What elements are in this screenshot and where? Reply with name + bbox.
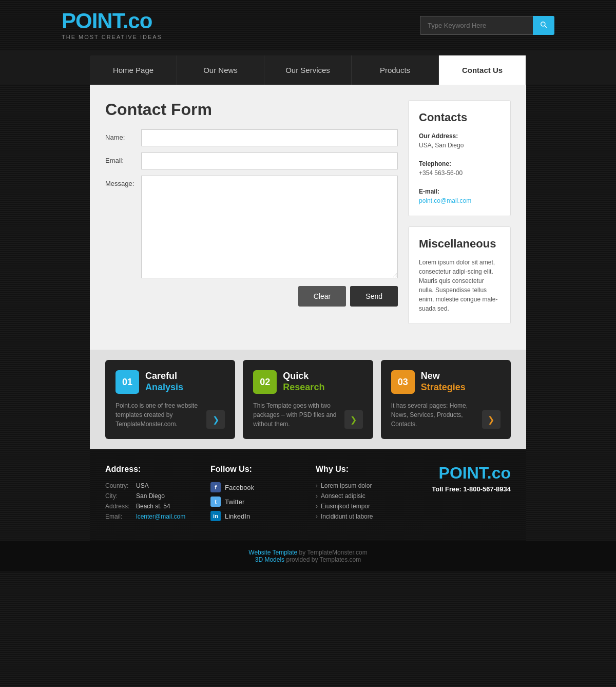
feature-title1-line1: Careful — [145, 371, 183, 382]
footer-address: Address: Country: USA City: San Diego Ad… — [105, 465, 195, 525]
message-label: Message: — [105, 176, 141, 187]
feature-arrow-2[interactable]: ❯ — [344, 410, 363, 429]
feature-title1-line2: Analysis — [145, 382, 183, 393]
why-item-3: Eiusmjkod tempor — [316, 503, 406, 510]
svg-line-1 — [545, 26, 547, 28]
content-area: Contact Form Name: Email: Message: Clear… — [105, 100, 511, 334]
follow-linkedin[interactable]: in LinkedIn — [210, 511, 300, 521]
telephone-block: Telephone: +354 563-56-00 — [419, 159, 500, 178]
misc-box: Miscellaneous Lorem ipsum dolor sit amet… — [408, 226, 511, 324]
logo-area: POINT.co THE MOST CREATIVE IDEAS — [62, 10, 162, 40]
footer: Address: Country: USA City: San Diego Ad… — [90, 449, 526, 541]
bottom-bar: Website Template by TemplateMonster.com … — [0, 541, 616, 571]
footer-follow-heading: Follow Us: — [210, 465, 300, 474]
footer-email-label: Email: — [105, 513, 136, 520]
nav-services[interactable]: Our Services — [264, 55, 352, 85]
features-section: 01 Careful Analysis Point.co is one of f… — [90, 350, 526, 449]
logo: POINT.co — [62, 10, 162, 32]
twitter-icon: t — [210, 497, 221, 507]
email-row: Email: — [105, 152, 398, 169]
nav-contact[interactable]: Contact Us — [439, 55, 526, 85]
bottom-line-1: Website Template by TemplateMonster.com — [8, 549, 608, 556]
email-label: E-mail: — [419, 187, 500, 196]
twitter-label: Twitter — [225, 498, 244, 506]
feature-num-1: 01 — [116, 370, 139, 394]
logo-tagline: THE MOST CREATIVE IDEAS — [62, 34, 162, 40]
address-val: USA, San Diego — [419, 141, 500, 150]
footer-why-heading: Why Us: — [316, 465, 406, 474]
feature-title2-line2: Research — [283, 382, 324, 393]
feature-header-3: 03 New Strategies — [391, 370, 500, 394]
footer-email-link[interactable]: lcenter@mail.com — [136, 513, 185, 520]
nav-wrapper: Home Page Our News Our Services Products… — [0, 50, 616, 85]
address-label: Our Address: — [419, 131, 500, 141]
arrow-icon-3: ❯ — [488, 415, 494, 425]
footer-city-row: City: San Diego — [105, 492, 195, 500]
nav-products[interactable]: Products — [352, 55, 439, 85]
telephone-label: Telephone: — [419, 159, 500, 168]
misc-heading: Miscellaneous — [419, 237, 500, 251]
linkedin-icon: in — [210, 511, 221, 521]
feature-num-2: 02 — [253, 370, 277, 394]
email-input[interactable] — [141, 152, 398, 169]
feature-arrow-3[interactable]: ❯ — [482, 410, 500, 429]
name-input[interactable] — [141, 129, 398, 146]
feature-header-2: 02 Quick Research — [253, 370, 362, 394]
search-input[interactable] — [420, 16, 533, 35]
feature-body-3: It has several pages: Home, News, Servic… — [391, 401, 500, 429]
feature-title2-line1: Quick — [283, 371, 324, 382]
footer-email-row: Email: lcenter@mail.com — [105, 513, 195, 520]
feature-text-3: It has several pages: Home, News, Servic… — [391, 401, 477, 429]
feature-title-3: New Strategies — [421, 371, 466, 393]
arrow-icon-1: ❯ — [213, 415, 219, 425]
contacts-heading: Contacts — [419, 111, 500, 124]
nav-home[interactable]: Home Page — [90, 55, 177, 85]
feature-title-2: Quick Research — [283, 371, 324, 393]
form-title: Contact Form — [105, 100, 398, 119]
feature-body-2: This Template goes with two packages – w… — [253, 401, 362, 429]
toll-label: Toll Free: — [432, 485, 461, 493]
feature-title-1: Careful Analysis — [145, 371, 183, 393]
contacts-box: Contacts Our Address: USA, San Diego Tel… — [408, 100, 511, 216]
search-area — [420, 16, 554, 35]
send-button[interactable]: Send — [350, 286, 398, 307]
nav-news[interactable]: Our News — [177, 55, 264, 85]
email-link[interactable]: point.co@mail.com — [419, 197, 471, 204]
address-block: Our Address: USA, San Diego — [419, 131, 500, 150]
footer-country-row: Country: USA — [105, 482, 195, 489]
sidebar: Contacts Our Address: USA, San Diego Tel… — [408, 100, 511, 334]
feature-card-3: 03 New Strategies It has several pages: … — [381, 360, 511, 439]
svg-point-0 — [541, 22, 545, 26]
footer-addr-row: Address: Beach st. 54 — [105, 503, 195, 510]
footer-address-heading: Address: — [105, 465, 195, 474]
facebook-icon: f — [210, 482, 221, 492]
footer-addr-val: Beach st. 54 — [136, 503, 170, 510]
follow-facebook[interactable]: f Facebook — [210, 482, 300, 492]
arrow-icon-2: ❯ — [350, 415, 357, 425]
bottom-text2: by TemplateMonster.com — [297, 549, 368, 556]
linkedin-label: LinkedIn — [225, 512, 250, 520]
bottom-line-2: 3D Models provided by Templates.com — [8, 556, 608, 563]
website-template-link[interactable]: Website Template — [248, 549, 297, 556]
feature-title3-line2: Strategies — [421, 382, 466, 393]
message-textarea[interactable] — [141, 176, 398, 278]
feature-title3-line1: New — [421, 371, 466, 382]
feature-arrow-1[interactable]: ❯ — [206, 410, 225, 429]
footer-country-label: Country: — [105, 482, 136, 489]
misc-text: Lorem ipsum dolor sit amet, consectetur … — [419, 258, 500, 313]
3d-models-link[interactable]: 3D Models — [255, 556, 284, 563]
name-row: Name: — [105, 129, 398, 146]
footer-country-val: USA — [136, 482, 149, 489]
why-item-1: Lorem ipsum dolor — [316, 482, 406, 489]
toll-val: 1-800-567-8934 — [463, 485, 511, 493]
footer-email-val: lcenter@mail.com — [136, 513, 185, 520]
header: POINT.co THE MOST CREATIVE IDEAS — [0, 0, 616, 50]
follow-twitter[interactable]: t Twitter — [210, 497, 300, 507]
footer-city-label: City: — [105, 492, 136, 500]
footer-logo: POINT.co — [421, 465, 511, 481]
search-button[interactable] — [533, 16, 554, 35]
clear-button[interactable]: Clear — [298, 286, 346, 307]
nav-bar: Home Page Our News Our Services Products… — [90, 55, 526, 85]
facebook-label: Facebook — [225, 484, 254, 491]
email-label: Email: — [105, 152, 141, 164]
